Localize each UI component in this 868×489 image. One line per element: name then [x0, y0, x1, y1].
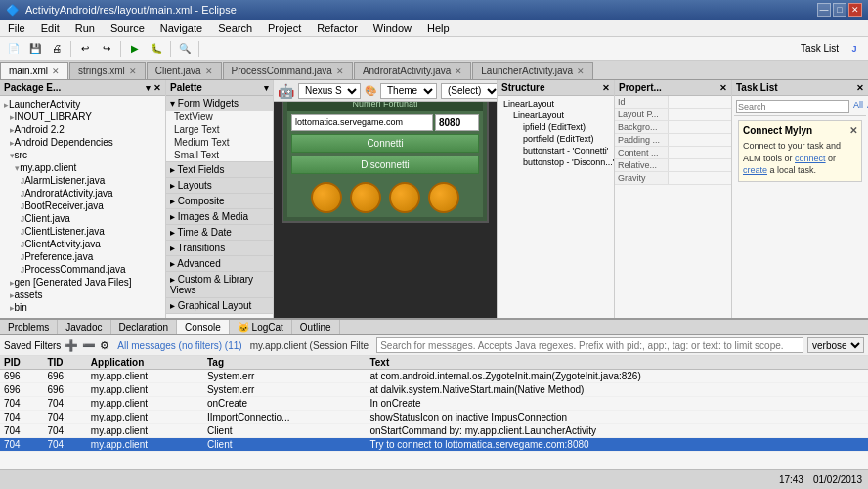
palette-group-header[interactable]: ▸ Images & Media [166, 209, 273, 224]
tree-item[interactable]: J Preference.java [2, 250, 163, 263]
save-button[interactable]: 💾 [25, 39, 45, 59]
tab-androrat-java-close[interactable]: ✕ [455, 67, 462, 76]
table-row[interactable]: 704704my.app.clientClientonStartCommand … [0, 424, 868, 438]
tree-item[interactable]: J AlarmListener.java [2, 174, 163, 187]
close-button[interactable]: ✕ [848, 3, 862, 17]
tree-item[interactable]: ▾ src [2, 149, 163, 161]
table-row[interactable]: 704704my.app.clientClientTry to connect … [0, 438, 868, 452]
tab-processcommand-java[interactable]: ProcessCommand.java ✕ [223, 62, 353, 79]
tab-client-java[interactable]: Client.java ✕ [147, 62, 222, 79]
tab-main-xml-close[interactable]: ✕ [52, 67, 60, 76]
debug-button[interactable]: 🐛 [147, 39, 166, 59]
prop-val[interactable] [669, 147, 731, 158]
palette-group-header[interactable]: ▸ Graphical Layout [166, 298, 273, 313]
tree-item[interactable]: ▸ Android Dependencies [2, 136, 163, 149]
maximize-button[interactable]: □ [833, 3, 846, 17]
tree-item[interactable]: ▸ gen [Generated Java Files] [2, 276, 163, 289]
remove-filter-icon[interactable]: ➖ [82, 339, 96, 352]
menu-search[interactable]: Search [214, 22, 256, 34]
table-row[interactable]: 704704my.app.clientonCreateIn onCreate [0, 397, 868, 411]
palette-group-header[interactable]: ▸ Composite [166, 194, 273, 208]
palette-group-header[interactable]: ▸ Time & Date [166, 225, 273, 240]
palette-group-header[interactable]: ▾ Form Widgets [166, 96, 273, 111]
all-button[interactable]: All [853, 100, 863, 113]
settings-icon[interactable]: ⚙ [100, 339, 109, 352]
tree-item[interactable]: J AndroratActivity.java [2, 187, 163, 200]
palette-item[interactable]: Small Text [166, 149, 273, 161]
new-button[interactable]: 📄 [4, 39, 23, 59]
undo-button[interactable]: ↩ [75, 39, 95, 59]
structure-item[interactable]: buttonstop - 'Disconn...' [499, 156, 612, 168]
tree-item[interactable]: J BootReceiver.java [2, 200, 163, 212]
activity-selector[interactable]: (Select) [441, 83, 497, 99]
menu-file[interactable]: File [4, 22, 29, 34]
console-search-input[interactable] [376, 337, 803, 353]
bottom-tab-javadoc[interactable]: Javadoc [58, 320, 110, 334]
palette-group-header[interactable]: ▸ Transitions [166, 241, 273, 255]
palette-item[interactable]: Large Text [166, 123, 273, 136]
connect-button[interactable]: Connetti [291, 134, 479, 153]
port-input[interactable] [435, 114, 479, 131]
disconnect-button[interactable]: Disconnetti [291, 156, 479, 174]
connect-mylyn-close[interactable]: ✕ [849, 125, 857, 136]
tree-item[interactable]: ▾ my.app.client [2, 161, 163, 174]
menu-edit[interactable]: Edit [37, 22, 64, 34]
host-input[interactable] [291, 114, 433, 131]
tree-item[interactable]: ▸ Android 2.2 [2, 123, 163, 136]
add-filter-icon[interactable]: ➕ [65, 339, 78, 352]
bottom-tab-problems[interactable]: Problems [0, 320, 58, 334]
tab-strings-xml-close[interactable]: ✕ [129, 67, 137, 76]
theme-selector[interactable]: Theme [380, 83, 437, 99]
tab-launcher-java-close[interactable]: ✕ [577, 67, 585, 76]
prop-val[interactable] [669, 172, 731, 184]
tab-launcher-java[interactable]: LauncherActivity.java ✕ [472, 62, 593, 79]
tree-item[interactable]: J ClientActivity.java [2, 238, 163, 250]
tree-item[interactable]: ▸ LauncherActivity [2, 98, 163, 111]
tab-client-java-close[interactable]: ✕ [205, 67, 213, 76]
connect-mylyn-link1[interactable]: connect [795, 154, 826, 163]
menu-navigate[interactable]: Navigate [156, 22, 206, 34]
bottom-tab-console[interactable]: Console [177, 320, 230, 334]
prop-val[interactable] [669, 96, 731, 108]
menu-help[interactable]: Help [423, 22, 454, 34]
tree-item[interactable]: J ProcessCommand.java [2, 263, 163, 276]
tree-item[interactable]: ▸ bin [2, 301, 163, 314]
palette-group-header[interactable]: ▸ Text Fields [166, 162, 273, 177]
table-row[interactable]: 704704my.app.clientIImportConnectio...sh… [0, 411, 868, 424]
search-button[interactable]: 🔍 [175, 39, 195, 59]
palette-group-header[interactable]: ▸ Custom & Library Views [166, 272, 273, 297]
tree-item[interactable]: J Client.java [2, 212, 163, 225]
prop-val[interactable] [669, 134, 731, 146]
minimize-button[interactable]: — [817, 3, 831, 17]
menu-window[interactable]: Window [369, 22, 415, 34]
tree-item[interactable]: ▸ assets [2, 289, 163, 301]
device-selector[interactable]: Nexus S [298, 83, 361, 99]
prop-val[interactable] [669, 159, 731, 171]
tree-item[interactable]: ▸ INOUT_LIBRARY [2, 111, 163, 123]
menu-project[interactable]: Project [264, 22, 305, 34]
palette-group-header[interactable]: ▸ Advanced [166, 256, 273, 271]
structure-item[interactable]: portfield (EditText) [499, 133, 612, 145]
menu-refactor[interactable]: Refactor [313, 22, 362, 34]
structure-item[interactable]: LinearLayout [499, 110, 612, 121]
tree-item[interactable]: J ClientListener.java [2, 225, 163, 238]
structure-item[interactable]: ipfield (EditText) [499, 121, 612, 133]
bottom-tab-declaration[interactable]: Declaration [111, 320, 178, 334]
structure-item[interactable]: LinearLayout [499, 98, 612, 110]
connect-mylyn-link2[interactable]: create [743, 165, 767, 175]
java-perspective[interactable]: J [845, 39, 864, 59]
palette-item[interactable]: Medium Text [166, 136, 273, 149]
bottom-tab-outline[interactable]: Outline [292, 320, 340, 334]
structure-item[interactable]: buttonstart - 'Connetti' [499, 145, 612, 156]
verbose-select[interactable]: verbose [807, 337, 864, 353]
device-canvas[interactable]: Numeri Fortunati Connetti Disconnetti [274, 102, 497, 318]
tab-main-xml[interactable]: main.xml ✕ [0, 62, 68, 79]
prop-val[interactable] [669, 109, 731, 120]
tab-strings-xml[interactable]: strings.xml ✕ [69, 62, 146, 79]
table-row[interactable]: 696696my.app.clientSystem.errat dalvik.s… [0, 383, 868, 397]
palette-item[interactable]: TextView [166, 111, 273, 123]
menu-source[interactable]: Source [107, 22, 149, 34]
task-search-input[interactable] [736, 100, 849, 113]
run-button[interactable]: ▶ [125, 39, 145, 59]
palette-group-header[interactable]: ▸ Layouts [166, 178, 273, 193]
